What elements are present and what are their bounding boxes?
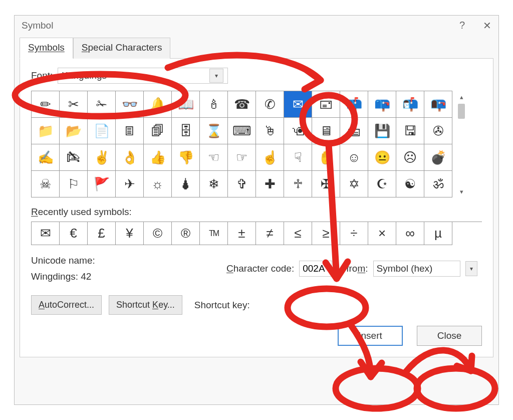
recently-used-row: ✉€£¥©®TM±≠≤≥÷×∞µ	[31, 222, 482, 245]
insert-button[interactable]: Insert	[338, 326, 403, 346]
from-label: from:	[346, 263, 368, 274]
character-code-input[interactable]	[299, 261, 332, 277]
folder-icon[interactable]: 📁	[32, 118, 60, 144]
star-of-david-icon[interactable]: ✡	[340, 171, 368, 197]
chevron-down-icon[interactable]: ▾	[465, 261, 477, 276]
mailbox-flag-up-icon[interactable]: 📫	[340, 91, 368, 118]
point-down-icon[interactable]: ☟	[284, 144, 312, 171]
star-crescent-icon[interactable]: ☪	[368, 171, 396, 197]
from-select[interactable]: Symbol (hex)	[373, 261, 460, 277]
envelope-stamped-icon[interactable]: 🖃	[312, 91, 340, 118]
yen-icon[interactable]: ¥	[116, 222, 144, 245]
book-open-icon[interactable]: 📖	[172, 91, 200, 118]
help-icon[interactable]: ?	[459, 20, 465, 32]
registered-icon[interactable]: ®	[172, 222, 200, 245]
skull-crossbones-icon[interactable]: ☠	[32, 171, 60, 197]
font-select-value: Wingdings	[62, 70, 209, 81]
unicode-name-label: Unicode name:	[31, 255, 226, 266]
thumbs-up-icon[interactable]: 👍	[144, 144, 172, 171]
bell-icon[interactable]: 🔔	[144, 91, 172, 118]
trackball-icon[interactable]: 🖲	[284, 118, 312, 144]
less-equal-icon[interactable]: ≤	[284, 222, 312, 245]
close-button[interactable]: Close	[417, 326, 482, 346]
autocorrect-button[interactable]: AutoCorrect...	[31, 295, 102, 315]
cross-icon[interactable]: ✚	[256, 171, 284, 197]
document-icon[interactable]: 📄	[88, 118, 116, 144]
filing-cabinet-icon[interactable]: 🗄	[172, 118, 200, 144]
droplet-icon[interactable]: 🌢	[172, 171, 200, 197]
pencil-icon[interactable]: ✏	[32, 91, 60, 118]
frown-icon[interactable]: ☹	[396, 144, 424, 171]
scissors-icon[interactable]: ✂	[60, 91, 88, 118]
infinity-icon[interactable]: ∞	[396, 222, 424, 245]
victory-hand-icon[interactable]: ✌	[88, 144, 116, 171]
candle-icon[interactable]: 🕯	[200, 91, 228, 118]
point-left-icon[interactable]: ☜	[200, 144, 228, 171]
thumbs-down-icon[interactable]: 👎	[172, 144, 200, 171]
close-icon[interactable]: ✕	[483, 20, 491, 32]
scroll-thumb[interactable]	[458, 104, 465, 119]
euro-icon[interactable]: €	[60, 222, 88, 245]
keyboard-icon[interactable]: ⌨	[228, 118, 256, 144]
telephone-rotary-icon[interactable]: ✆	[256, 91, 284, 118]
from-select-value: Symbol (hex)	[377, 263, 457, 274]
open-hand-icon[interactable]: ✋	[312, 144, 340, 171]
computer-icon[interactable]: 🖥	[312, 118, 340, 144]
flag-icon[interactable]: ⚐	[60, 171, 88, 197]
scissors-cut-icon[interactable]: ✁	[88, 91, 116, 118]
point-up-icon[interactable]: ☝	[256, 144, 284, 171]
sun-icon[interactable]: ☼	[144, 171, 172, 197]
hard-disk-icon[interactable]: 🖴	[340, 118, 368, 144]
latin-cross-icon[interactable]: ✞	[228, 171, 256, 197]
snowflake-icon[interactable]: ❄	[200, 171, 228, 197]
documents-icon[interactable]: 🗐	[144, 118, 172, 144]
scroll-down-icon[interactable]: ▾	[456, 186, 466, 196]
pennant-icon[interactable]: 🚩	[88, 171, 116, 197]
division-icon[interactable]: ÷	[340, 222, 368, 245]
ok-hand-icon[interactable]: 👌	[116, 144, 144, 171]
telephone-icon[interactable]: ☎	[228, 91, 256, 118]
mailbox-open-icon[interactable]: 📭	[424, 91, 452, 118]
write-hand-left-icon[interactable]: 🖎	[60, 144, 88, 171]
multiply-icon[interactable]: ×	[368, 222, 396, 245]
pound-icon[interactable]: £	[88, 222, 116, 245]
scrollbar[interactable]: ▴ ▾	[455, 91, 467, 197]
tape-icon[interactable]: ✇	[424, 118, 452, 144]
symbol-grid: ✏✂✁👓🔔📖🕯☎✆✉🖃📫📪📬📭📁📂📄🗏🗐🗄⌛⌨🖰🖲🖥🖴💾🖫✇✍🖎✌👌👍👎☜☞☝☟…	[31, 91, 452, 197]
point-right-icon[interactable]: ☞	[228, 144, 256, 171]
hourglass-icon[interactable]: ⌛	[200, 118, 228, 144]
floppy-disk-inverse-icon[interactable]: 🖫	[396, 118, 424, 144]
shortcut-key-button[interactable]: Shortcut Key...	[109, 295, 182, 315]
dialog-title: Symbol	[22, 20, 53, 31]
celtic-cross-icon[interactable]: ♱	[284, 171, 312, 197]
envelope-icon[interactable]: ✉	[32, 222, 60, 245]
mu-icon[interactable]: µ	[424, 222, 452, 245]
folder-open-icon[interactable]: 📂	[60, 118, 88, 144]
maltese-cross-icon[interactable]: ✠	[312, 171, 340, 197]
page-icon[interactable]: 🗏	[116, 118, 144, 144]
mailbox-open-flag-icon[interactable]: 📬	[396, 91, 424, 118]
tab-special-characters[interactable]: SSpecial Characterspecial Characters	[73, 38, 171, 59]
trademark-icon[interactable]: TM	[200, 222, 228, 245]
glasses-icon[interactable]: 👓	[116, 91, 144, 118]
mailbox-flag-down-icon[interactable]: 📪	[368, 91, 396, 118]
copyright-icon[interactable]: ©	[144, 222, 172, 245]
envelope-icon[interactable]: ✉	[284, 91, 312, 118]
plus-minus-icon[interactable]: ±	[228, 222, 256, 245]
not-equal-icon[interactable]: ≠	[256, 222, 284, 245]
floppy-disk-icon[interactable]: 💾	[368, 118, 396, 144]
smile-icon[interactable]: ☺	[340, 144, 368, 171]
greater-equal-icon[interactable]: ≥	[312, 222, 340, 245]
recently-used-label: Recently used symbols: Recently used sym…	[31, 206, 482, 218]
yin-yang-icon[interactable]: ☯	[396, 171, 424, 197]
font-select[interactable]: Wingdings ▾	[58, 68, 228, 84]
om-icon[interactable]: ॐ	[424, 171, 452, 197]
tab-symbols[interactable]: Symbols	[20, 38, 73, 59]
mouse-icon[interactable]: 🖰	[256, 118, 284, 144]
write-hand-icon[interactable]: ✍	[32, 144, 60, 171]
chevron-down-icon[interactable]: ▾	[209, 69, 223, 83]
bomb-icon[interactable]: 💣	[424, 144, 452, 171]
neutral-face-icon[interactable]: 😐	[368, 144, 396, 171]
scroll-up-icon[interactable]: ▴	[456, 92, 466, 102]
airplane-icon[interactable]: ✈	[116, 171, 144, 197]
